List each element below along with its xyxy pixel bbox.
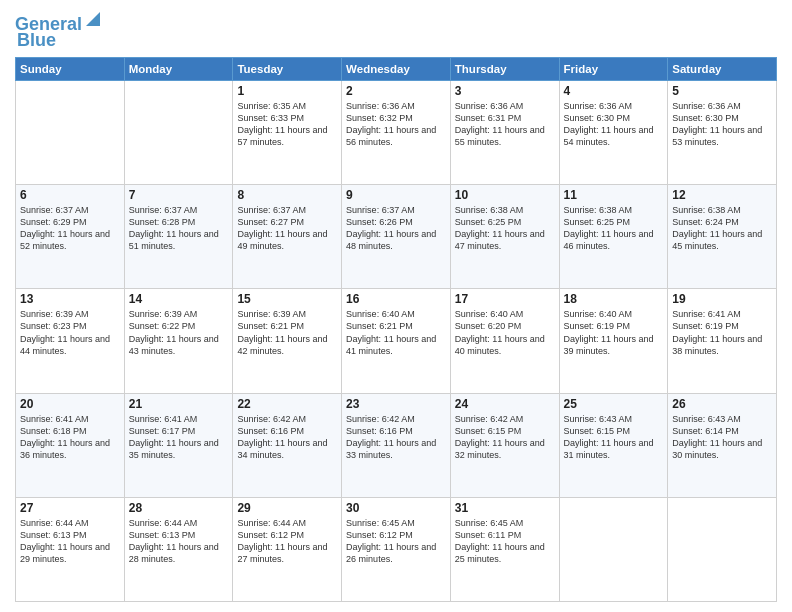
calendar-table: SundayMondayTuesdayWednesdayThursdayFrid… — [15, 57, 777, 602]
day-number: 13 — [20, 292, 120, 306]
day-info: Sunrise: 6:37 AM Sunset: 6:27 PM Dayligh… — [237, 204, 337, 253]
day-info: Sunrise: 6:38 AM Sunset: 6:24 PM Dayligh… — [672, 204, 772, 253]
calendar-cell: 27Sunrise: 6:44 AM Sunset: 6:13 PM Dayli… — [16, 497, 125, 601]
day-number: 28 — [129, 501, 229, 515]
day-number: 4 — [564, 84, 664, 98]
day-number: 11 — [564, 188, 664, 202]
logo: General Blue — [15, 10, 102, 51]
calendar-cell: 17Sunrise: 6:40 AM Sunset: 6:20 PM Dayli… — [450, 289, 559, 393]
day-info: Sunrise: 6:43 AM Sunset: 6:14 PM Dayligh… — [672, 413, 772, 462]
day-info: Sunrise: 6:40 AM Sunset: 6:19 PM Dayligh… — [564, 308, 664, 357]
calendar-cell — [668, 497, 777, 601]
day-info: Sunrise: 6:39 AM Sunset: 6:21 PM Dayligh… — [237, 308, 337, 357]
day-number: 14 — [129, 292, 229, 306]
day-info: Sunrise: 6:45 AM Sunset: 6:12 PM Dayligh… — [346, 517, 446, 566]
day-number: 19 — [672, 292, 772, 306]
calendar-cell: 3Sunrise: 6:36 AM Sunset: 6:31 PM Daylig… — [450, 80, 559, 184]
day-info: Sunrise: 6:39 AM Sunset: 6:23 PM Dayligh… — [20, 308, 120, 357]
day-info: Sunrise: 6:37 AM Sunset: 6:26 PM Dayligh… — [346, 204, 446, 253]
day-info: Sunrise: 6:41 AM Sunset: 6:18 PM Dayligh… — [20, 413, 120, 462]
day-number: 17 — [455, 292, 555, 306]
day-header-thursday: Thursday — [450, 57, 559, 80]
header: General Blue — [15, 10, 777, 51]
day-info: Sunrise: 6:39 AM Sunset: 6:22 PM Dayligh… — [129, 308, 229, 357]
calendar-cell: 18Sunrise: 6:40 AM Sunset: 6:19 PM Dayli… — [559, 289, 668, 393]
day-info: Sunrise: 6:45 AM Sunset: 6:11 PM Dayligh… — [455, 517, 555, 566]
day-info: Sunrise: 6:36 AM Sunset: 6:30 PM Dayligh… — [672, 100, 772, 149]
day-number: 26 — [672, 397, 772, 411]
calendar-cell — [124, 80, 233, 184]
calendar-cell: 29Sunrise: 6:44 AM Sunset: 6:12 PM Dayli… — [233, 497, 342, 601]
day-info: Sunrise: 6:44 AM Sunset: 6:13 PM Dayligh… — [20, 517, 120, 566]
day-info: Sunrise: 6:42 AM Sunset: 6:16 PM Dayligh… — [237, 413, 337, 462]
day-number: 10 — [455, 188, 555, 202]
day-number: 15 — [237, 292, 337, 306]
day-header-wednesday: Wednesday — [342, 57, 451, 80]
day-info: Sunrise: 6:43 AM Sunset: 6:15 PM Dayligh… — [564, 413, 664, 462]
day-number: 20 — [20, 397, 120, 411]
logo-blue-text: Blue — [17, 30, 56, 50]
day-number: 16 — [346, 292, 446, 306]
day-number: 8 — [237, 188, 337, 202]
calendar-cell: 6Sunrise: 6:37 AM Sunset: 6:29 PM Daylig… — [16, 185, 125, 289]
calendar-cell: 11Sunrise: 6:38 AM Sunset: 6:25 PM Dayli… — [559, 185, 668, 289]
day-number: 2 — [346, 84, 446, 98]
day-info: Sunrise: 6:35 AM Sunset: 6:33 PM Dayligh… — [237, 100, 337, 149]
day-number: 6 — [20, 188, 120, 202]
day-number: 3 — [455, 84, 555, 98]
day-number: 22 — [237, 397, 337, 411]
day-info: Sunrise: 6:36 AM Sunset: 6:32 PM Dayligh… — [346, 100, 446, 149]
day-info: Sunrise: 6:44 AM Sunset: 6:12 PM Dayligh… — [237, 517, 337, 566]
day-header-sunday: Sunday — [16, 57, 125, 80]
day-info: Sunrise: 6:36 AM Sunset: 6:30 PM Dayligh… — [564, 100, 664, 149]
day-info: Sunrise: 6:42 AM Sunset: 6:16 PM Dayligh… — [346, 413, 446, 462]
day-number: 1 — [237, 84, 337, 98]
calendar-cell: 12Sunrise: 6:38 AM Sunset: 6:24 PM Dayli… — [668, 185, 777, 289]
day-number: 25 — [564, 397, 664, 411]
calendar-cell: 5Sunrise: 6:36 AM Sunset: 6:30 PM Daylig… — [668, 80, 777, 184]
calendar-week-5: 27Sunrise: 6:44 AM Sunset: 6:13 PM Dayli… — [16, 497, 777, 601]
day-info: Sunrise: 6:40 AM Sunset: 6:21 PM Dayligh… — [346, 308, 446, 357]
calendar-cell: 25Sunrise: 6:43 AM Sunset: 6:15 PM Dayli… — [559, 393, 668, 497]
calendar-cell: 19Sunrise: 6:41 AM Sunset: 6:19 PM Dayli… — [668, 289, 777, 393]
day-info: Sunrise: 6:41 AM Sunset: 6:17 PM Dayligh… — [129, 413, 229, 462]
day-number: 5 — [672, 84, 772, 98]
day-header-saturday: Saturday — [668, 57, 777, 80]
calendar-cell: 15Sunrise: 6:39 AM Sunset: 6:21 PM Dayli… — [233, 289, 342, 393]
calendar-cell: 31Sunrise: 6:45 AM Sunset: 6:11 PM Dayli… — [450, 497, 559, 601]
day-number: 27 — [20, 501, 120, 515]
calendar-cell: 28Sunrise: 6:44 AM Sunset: 6:13 PM Dayli… — [124, 497, 233, 601]
day-header-tuesday: Tuesday — [233, 57, 342, 80]
calendar-cell: 24Sunrise: 6:42 AM Sunset: 6:15 PM Dayli… — [450, 393, 559, 497]
day-header-monday: Monday — [124, 57, 233, 80]
day-info: Sunrise: 6:37 AM Sunset: 6:28 PM Dayligh… — [129, 204, 229, 253]
day-number: 23 — [346, 397, 446, 411]
calendar-week-2: 6Sunrise: 6:37 AM Sunset: 6:29 PM Daylig… — [16, 185, 777, 289]
calendar-cell: 4Sunrise: 6:36 AM Sunset: 6:30 PM Daylig… — [559, 80, 668, 184]
day-number: 30 — [346, 501, 446, 515]
calendar-cell: 2Sunrise: 6:36 AM Sunset: 6:32 PM Daylig… — [342, 80, 451, 184]
calendar-cell: 23Sunrise: 6:42 AM Sunset: 6:16 PM Dayli… — [342, 393, 451, 497]
calendar-cell: 16Sunrise: 6:40 AM Sunset: 6:21 PM Dayli… — [342, 289, 451, 393]
day-number: 9 — [346, 188, 446, 202]
calendar-header-row: SundayMondayTuesdayWednesdayThursdayFrid… — [16, 57, 777, 80]
day-info: Sunrise: 6:41 AM Sunset: 6:19 PM Dayligh… — [672, 308, 772, 357]
calendar-week-4: 20Sunrise: 6:41 AM Sunset: 6:18 PM Dayli… — [16, 393, 777, 497]
day-number: 18 — [564, 292, 664, 306]
day-number: 21 — [129, 397, 229, 411]
day-info: Sunrise: 6:40 AM Sunset: 6:20 PM Dayligh… — [455, 308, 555, 357]
day-info: Sunrise: 6:38 AM Sunset: 6:25 PM Dayligh… — [564, 204, 664, 253]
logo-arrow-icon — [84, 10, 102, 28]
svg-marker-0 — [86, 12, 100, 26]
calendar-cell: 7Sunrise: 6:37 AM Sunset: 6:28 PM Daylig… — [124, 185, 233, 289]
day-number: 29 — [237, 501, 337, 515]
day-number: 24 — [455, 397, 555, 411]
day-info: Sunrise: 6:42 AM Sunset: 6:15 PM Dayligh… — [455, 413, 555, 462]
calendar-cell — [16, 80, 125, 184]
day-info: Sunrise: 6:38 AM Sunset: 6:25 PM Dayligh… — [455, 204, 555, 253]
calendar-week-1: 1Sunrise: 6:35 AM Sunset: 6:33 PM Daylig… — [16, 80, 777, 184]
day-info: Sunrise: 6:37 AM Sunset: 6:29 PM Dayligh… — [20, 204, 120, 253]
calendar-cell: 1Sunrise: 6:35 AM Sunset: 6:33 PM Daylig… — [233, 80, 342, 184]
day-info: Sunrise: 6:36 AM Sunset: 6:31 PM Dayligh… — [455, 100, 555, 149]
calendar-cell: 30Sunrise: 6:45 AM Sunset: 6:12 PM Dayli… — [342, 497, 451, 601]
